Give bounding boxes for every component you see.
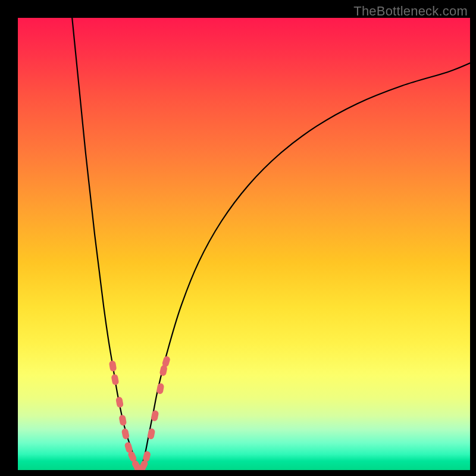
curve-right-branch [140, 63, 470, 470]
data-marker [118, 415, 127, 427]
data-marker [121, 428, 130, 440]
data-marker [109, 360, 117, 372]
data-marker [115, 396, 124, 408]
marker-group [109, 355, 171, 470]
chart-container: { "watermark": "TheBottleneck.com", "col… [0, 0, 476, 476]
plot-area [18, 18, 470, 470]
watermark-text: TheBottleneck.com [353, 4, 468, 19]
curve-layer [18, 18, 470, 470]
data-marker [111, 374, 119, 386]
curve-left-branch [72, 18, 140, 470]
